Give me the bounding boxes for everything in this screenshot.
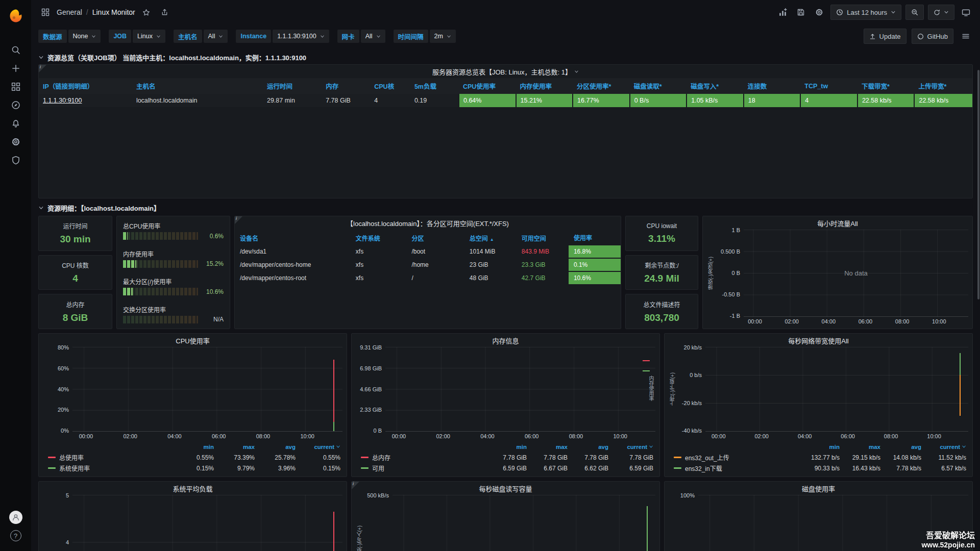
var-nic-select[interactable]: All: [361, 30, 385, 43]
time-picker[interactable]: Last 12 hours: [830, 5, 901, 20]
gauge-partition-usage[interactable]: 最大分区(/)使用率 10.6%: [123, 277, 224, 295]
gauge-swap-usage[interactable]: 交换分区使用率 N/A: [123, 305, 224, 323]
breadcrumb-folder[interactable]: General: [57, 8, 82, 16]
chevron-down-icon: [574, 69, 579, 74]
plot-area[interactable]: 内存使用率: [385, 347, 655, 432]
info-icon[interactable]: [352, 482, 359, 489]
col-header-memory[interactable]: 内存: [322, 78, 370, 94]
col-header-cpu-cores[interactable]: CPU核: [370, 78, 410, 94]
col-header-disk-write[interactable]: 磁盘写入*: [687, 78, 744, 94]
col-header-mem-usage[interactable]: 内存使用率: [516, 78, 573, 94]
panel-title[interactable]: 每秒网络带宽使用All: [669, 336, 968, 347]
menu-icon[interactable]: [959, 29, 973, 43]
dashboard-settings-icon[interactable]: [812, 5, 826, 19]
instance-link[interactable]: 1.1.1.30:9100: [43, 97, 82, 104]
stat-panel-uptime[interactable]: 运行时间 30 min: [38, 216, 112, 251]
series-segment: [643, 370, 650, 371]
partition-row: /dev/sda1 xfs /boot 1014 MiB 843.9 MiB 1…: [235, 245, 621, 258]
dashboards-icon[interactable]: [5, 78, 27, 96]
stat-panel-total-memory[interactable]: 总内存 8 GiB: [38, 294, 112, 329]
stat-panel-file-descriptors[interactable]: 总文件描述符 803,780: [625, 294, 698, 329]
zoom-out-button[interactable]: [905, 5, 924, 20]
gauge-mem-usage[interactable]: 内存使用率 15.2%: [123, 249, 224, 268]
add-panel-icon[interactable]: [775, 5, 790, 19]
legend-series-toggle[interactable]: 系统使用率: [48, 464, 173, 472]
configuration-gear-icon[interactable]: [5, 133, 27, 151]
share-icon[interactable]: [158, 5, 172, 19]
star-icon[interactable]: [139, 5, 154, 19]
var-instance-select[interactable]: 1.1.1.30:9100: [273, 30, 329, 43]
plot-area[interactable]: [72, 347, 342, 432]
col-header-cpu-usage[interactable]: CPU使用率: [459, 78, 516, 94]
panel-title[interactable]: 服务器资源总览表【JOB: Linux，主机总数: 1】: [39, 65, 972, 78]
avatar[interactable]: [5, 508, 27, 527]
col-header-total-space[interactable]: 总空间: [464, 231, 517, 245]
var-datasource-select[interactable]: None: [68, 30, 101, 43]
var-hostname-select[interactable]: All: [204, 30, 228, 43]
explore-icon[interactable]: [5, 96, 27, 114]
col-header-mount[interactable]: 分区: [406, 231, 464, 245]
col-header-uptime[interactable]: 运行时间: [263, 78, 322, 94]
col-header-up-bw[interactable]: 上传带宽*: [914, 78, 972, 94]
breadcrumb-dashboard[interactable]: Linux Monitor: [92, 8, 135, 16]
update-button[interactable]: Update: [864, 29, 906, 44]
x-axis-ticks: 00:0002:0004:0006:0008:0010:00: [705, 432, 968, 440]
plot-area[interactable]: [698, 495, 968, 551]
info-icon[interactable]: [39, 65, 46, 72]
stat-panel-cpu-cores[interactable]: CPU 核数 4: [38, 255, 112, 290]
save-icon[interactable]: [794, 5, 808, 19]
legend-series-toggle[interactable]: ens32_out_上传: [674, 453, 799, 462]
panel-title[interactable]: 每秒磁盘读写容量: [356, 484, 655, 495]
col-header-hostname[interactable]: 主机名: [132, 78, 263, 94]
col-header-filesystem[interactable]: 文件系统: [351, 231, 407, 245]
tv-kiosk-icon[interactable]: [959, 5, 973, 19]
col-header-connections[interactable]: 连接数: [744, 78, 801, 94]
row-header-overview[interactable]: 资源总览（关联JOB项） 当前选中主机：localhost.localdomai…: [38, 50, 973, 64]
plot-area[interactable]: [393, 495, 655, 551]
stat-panel-inodes-free[interactable]: 剩余节点数:/ 24.9 Mil: [625, 255, 698, 290]
panel-title[interactable]: 系统平均负载: [43, 484, 342, 495]
plot-area[interactable]: No data: [744, 230, 968, 317]
col-header-tcp-tw[interactable]: TCP_tw: [800, 78, 857, 94]
col-header-down-bw[interactable]: 下载带宽*: [857, 78, 915, 94]
github-button[interactable]: GitHub: [912, 29, 953, 44]
info-icon[interactable]: [235, 216, 242, 224]
alerting-icon[interactable]: [5, 114, 27, 133]
scrollbar-thumb[interactable]: [977, 70, 979, 299]
server-admin-shield-icon[interactable]: [5, 151, 27, 169]
gauge-cpu-usage[interactable]: 总CPU使用率 0.6%: [123, 221, 224, 240]
legend-series-toggle[interactable]: ens32_in下载: [674, 464, 799, 472]
legend-series-toggle[interactable]: 可用: [361, 464, 486, 472]
plot-area[interactable]: [72, 495, 342, 551]
col-header-usage[interactable]: 使用率: [569, 231, 621, 245]
col-header-part-usage[interactable]: 分区使用率*: [573, 78, 630, 94]
col-header-load5m[interactable]: 5m负载: [410, 78, 459, 94]
row-header-detail[interactable]: 资源明细：【localhost.localdomain】: [38, 201, 973, 215]
col-header-ip[interactable]: IP（链接到明细）: [39, 78, 132, 94]
panel-title[interactable]: 磁盘使用率: [669, 484, 968, 495]
legend-series-toggle[interactable]: 总使用率: [48, 453, 173, 462]
y-axis-ticks: 500 kB/s0 B/s: [363, 495, 393, 551]
col-header-avail-space[interactable]: 可用空间: [517, 231, 569, 245]
var-job-select[interactable]: Linux: [133, 30, 165, 43]
panel-title[interactable]: CPU使用率: [43, 336, 342, 347]
no-data-message: No data: [744, 230, 968, 316]
refresh-button[interactable]: [928, 5, 954, 20]
col-header-device[interactable]: 设备名: [235, 231, 351, 245]
panel-title[interactable]: 内存信息: [356, 336, 655, 347]
create-icon[interactable]: [5, 59, 27, 78]
var-interval-select[interactable]: 2m: [430, 30, 456, 43]
dashboard-grid-icon[interactable]: [38, 5, 53, 19]
var-hostname: 主机名 All: [174, 30, 228, 43]
plot-area[interactable]: [705, 347, 968, 432]
legend-series-toggle[interactable]: 总内存: [361, 453, 486, 462]
panel-title[interactable]: 【localhost.localdomain】：各分区可用空间(EXT.*/XF…: [235, 216, 621, 230]
panel-title[interactable]: 每小时流量All: [707, 218, 968, 230]
bottom-charts-row: 系统平均负载 543 每秒磁盘读写容量 读取(-)/写入(+): [38, 481, 973, 551]
search-icon[interactable]: [5, 41, 27, 59]
cell-disk-read: 0 B/s: [630, 94, 687, 107]
col-header-disk-read[interactable]: 磁盘读取*: [630, 78, 687, 94]
stat-panel-cpu-iowait[interactable]: CPU iowait 3.11%: [625, 216, 698, 251]
grafana-logo[interactable]: [5, 4, 27, 28]
help-icon[interactable]: ?: [5, 527, 27, 545]
